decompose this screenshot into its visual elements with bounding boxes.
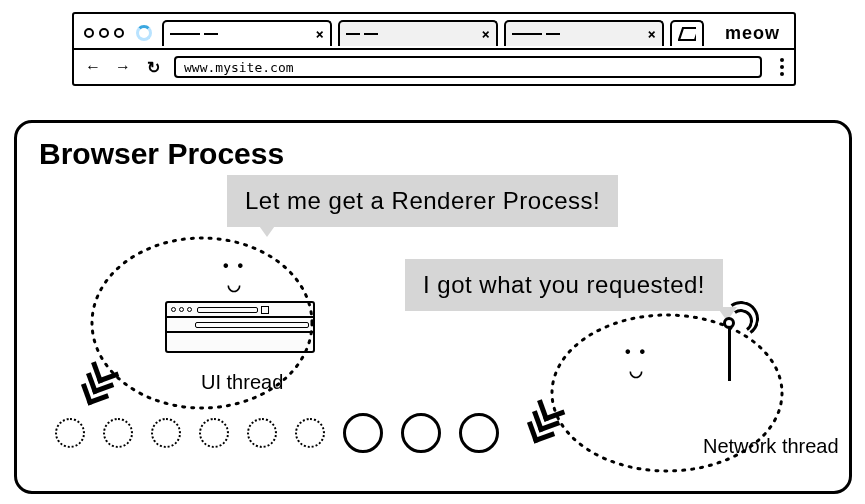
loading-spinner-icon: [136, 25, 152, 41]
url-text: www.mysite.com: [184, 60, 294, 75]
packet-dotted-icon: [103, 418, 133, 448]
tab-strip: × × × meow: [74, 14, 794, 50]
forward-icon[interactable]: →: [114, 58, 132, 76]
tab-active[interactable]: ×: [162, 20, 332, 46]
face-icon: • • ◡: [625, 343, 645, 380]
window-control-dot[interactable]: [99, 28, 109, 38]
speech-bubble-network-thread: I got what you requested!: [405, 259, 723, 311]
packet-dotted-icon: [199, 418, 229, 448]
packet-dotted-icon: [295, 418, 325, 448]
packet-solid-icon: [343, 413, 383, 453]
packet-dotted-icon: [55, 418, 85, 448]
packet-solid-icon: [401, 413, 441, 453]
data-packets-row: [55, 413, 499, 453]
reload-icon[interactable]: ↻: [144, 58, 162, 77]
menu-icon[interactable]: [780, 58, 784, 76]
packet-dotted-icon: [151, 418, 181, 448]
packet-solid-icon: [459, 413, 499, 453]
chevron-down-icon: [80, 364, 115, 406]
address-bar[interactable]: www.mysite.com: [174, 56, 762, 78]
window-controls[interactable]: [84, 28, 124, 38]
browser-brand: meow: [725, 23, 786, 44]
ui-thread-label: UI thread: [201, 371, 283, 394]
window-control-dot[interactable]: [114, 28, 124, 38]
close-icon[interactable]: ×: [316, 26, 324, 42]
panel-title: Browser Process: [39, 137, 284, 171]
browser-process-panel: Browser Process Let me get a Renderer Pr…: [14, 120, 852, 494]
mini-browser-icon: [165, 301, 315, 353]
toolbar: ← → ↻ www.mysite.com: [74, 50, 794, 84]
antenna-icon: [723, 323, 735, 381]
tab-inactive[interactable]: ×: [338, 20, 498, 46]
close-icon[interactable]: ×: [482, 26, 490, 42]
window-control-dot[interactable]: [84, 28, 94, 38]
network-thread-label: Network thread: [703, 435, 839, 458]
chevron-down-icon: [526, 402, 561, 444]
speech-bubble-ui-thread: Let me get a Renderer Process!: [227, 175, 618, 227]
new-tab-button[interactable]: [670, 20, 704, 46]
back-icon[interactable]: ←: [84, 58, 102, 76]
browser-window: × × × meow ← → ↻ www.mysite.com: [72, 12, 796, 86]
speech-pointer: [257, 223, 277, 237]
close-icon[interactable]: ×: [648, 26, 656, 42]
tab-inactive[interactable]: ×: [504, 20, 664, 46]
face-icon: • • ◡: [223, 257, 243, 294]
packet-dotted-icon: [247, 418, 277, 448]
